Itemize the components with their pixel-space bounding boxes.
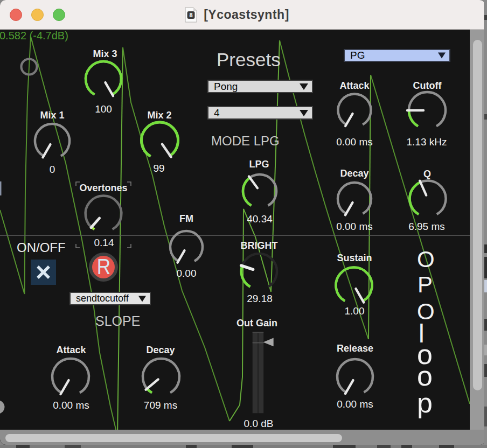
svg-text:p: p	[417, 387, 433, 418]
svg-text:O: O	[417, 247, 435, 272]
svg-text:8: 8	[190, 12, 193, 18]
svg-text:P: P	[418, 272, 433, 297]
